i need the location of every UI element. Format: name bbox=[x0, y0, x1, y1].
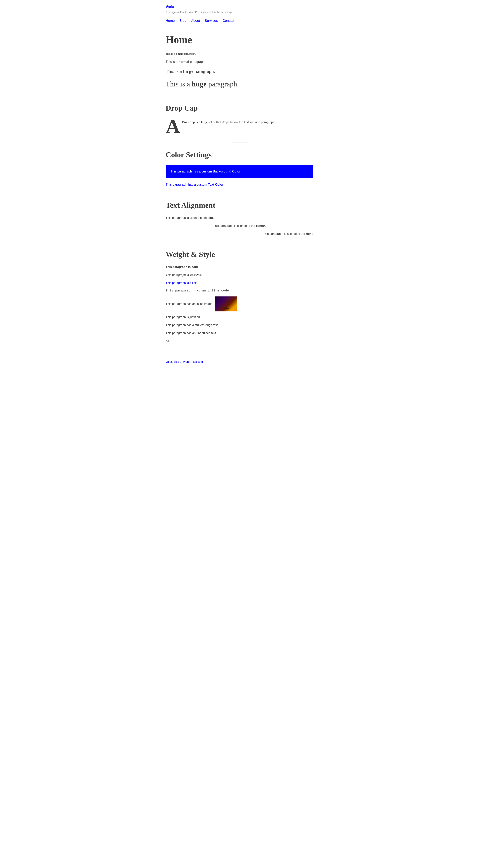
nav-item-contact[interactable]: Contact bbox=[223, 18, 234, 23]
edit-link[interactable]: Edit bbox=[166, 340, 170, 343]
paragraph-inline-image: This paragraph has an inline image. bbox=[166, 297, 313, 311]
main-content: Home This is a small paragraph. This is … bbox=[166, 31, 313, 344]
site-footer: Varia. Blog at WordPress.com. bbox=[166, 355, 313, 364]
paragraph-normal-block: This is a normal paragraph. bbox=[166, 59, 313, 64]
drop-cap-letter: A bbox=[166, 117, 180, 136]
paragraph-huge-block: This is a huge paragraph. bbox=[166, 79, 313, 90]
nav-item-home[interactable]: Home bbox=[166, 18, 174, 23]
paragraph-code: This paragraph has an inline code. bbox=[166, 288, 313, 293]
text-color-paragraph: This paragraph has a custom Text Color. bbox=[166, 182, 313, 187]
paragraph-bold: This paragraph is bold. bbox=[166, 265, 313, 269]
nav-item-blog[interactable]: Blog bbox=[180, 18, 186, 23]
weight-style-title: Weight & Style bbox=[166, 248, 313, 260]
paragraph-small: This is a small paragraph. bbox=[166, 52, 313, 56]
bg-color-paragraph: This paragraph has a custom Background C… bbox=[166, 165, 313, 178]
alignment-title: Text Alignment bbox=[166, 199, 313, 211]
divider-1 bbox=[231, 96, 248, 96]
paragraph-large: This is a large paragraph. bbox=[166, 67, 313, 75]
paragraph-align-left: This paragraph is aligned to the left. bbox=[166, 215, 313, 220]
divider-2 bbox=[231, 143, 248, 143]
paragraph-justified: This paragraph is justified. bbox=[166, 315, 313, 319]
paragraph-align-center: This paragraph is aligned to the center. bbox=[166, 223, 313, 228]
svg-rect-1 bbox=[226, 307, 226, 308]
drop-cap-title: Drop Cap bbox=[166, 102, 313, 114]
footer-site-name[interactable]: Varia bbox=[166, 360, 172, 363]
paragraph-huge: This is a huge paragraph. bbox=[166, 79, 313, 90]
paragraph-large-block: This is a large paragraph. bbox=[166, 67, 313, 75]
footer-blog-link[interactable]: Blog at WordPress.com. bbox=[173, 360, 203, 363]
paragraph-align-right: This paragraph is aligned to the right. bbox=[166, 231, 313, 236]
site-title[interactable]: Varia bbox=[166, 4, 313, 10]
paragraph-underlined: This paragraph has an underlined text. bbox=[166, 331, 313, 335]
paragraph-italic: This paragraph is italicized. bbox=[166, 273, 313, 277]
boat-svg bbox=[222, 306, 230, 310]
drop-cap-description: Drop Cap is a large letter that drops be… bbox=[182, 118, 276, 125]
site-nav: Home Blog About Services Contact bbox=[166, 18, 313, 23]
site-title-link[interactable]: Varia bbox=[166, 5, 174, 9]
paragraph-small-block: This is a small paragraph. bbox=[166, 52, 313, 56]
paragraph-normal: This is a normal paragraph. bbox=[166, 59, 313, 64]
page-title: Home bbox=[166, 31, 313, 48]
paragraph-link-anchor[interactable]: This paragraph is a link. bbox=[166, 281, 197, 284]
paragraph-link: This paragraph is a link. bbox=[166, 280, 313, 285]
paragraph-strikethrough: This paragraph has a strikethrough text. bbox=[166, 322, 313, 328]
site-header: Varia A design system for WordPress site… bbox=[166, 4, 313, 23]
nav-item-about[interactable]: About bbox=[191, 18, 200, 23]
edit-link-block: Edit bbox=[166, 339, 313, 344]
inline-image-prefix-text: This paragraph has an inline image. bbox=[166, 302, 213, 306]
drop-cap-block: A Drop Cap is a large letter that drops … bbox=[166, 118, 313, 136]
color-section-title: Color Settings bbox=[166, 149, 313, 161]
site-description: A design system for WordPress sites buil… bbox=[166, 10, 313, 14]
inline-image bbox=[215, 297, 237, 311]
nav-item-services[interactable]: Services bbox=[205, 18, 218, 23]
